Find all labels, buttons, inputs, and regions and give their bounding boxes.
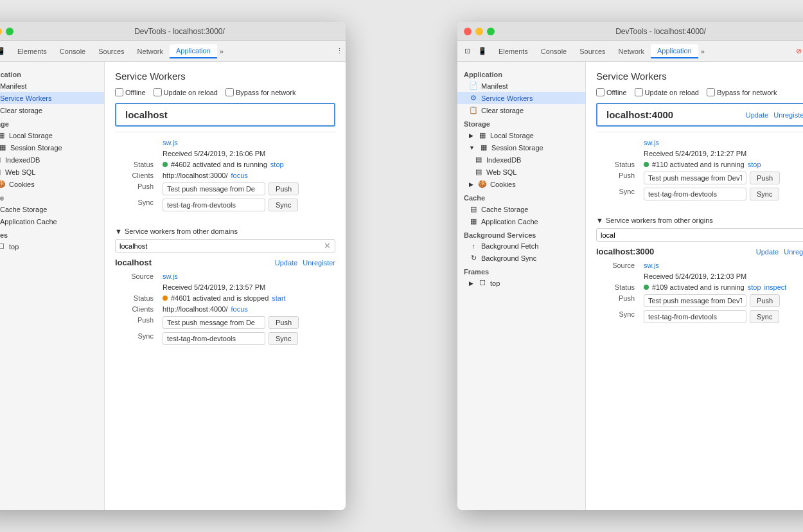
left-sidebar-cookies[interactable]: ▶ 🍪 Cookies (0, 178, 104, 190)
left-sidebar-session-storage[interactable]: ▼ ▦ Session Storage (0, 141, 104, 154)
left-sidebar-manifest[interactable]: 📄 Manifest (0, 80, 104, 92)
left-sidebar-top[interactable]: ▶ ☐ top (0, 240, 104, 253)
right-sidebar-clear-storage[interactable]: 📋 Clear storage (457, 104, 585, 116)
left-search-clear-icon[interactable]: ✕ (324, 241, 331, 251)
right-sidebar-web-sql[interactable]: ▤ Web SQL (457, 166, 585, 178)
right-primary-update-link[interactable]: Update (746, 111, 768, 119)
right-sidebar-app-cache[interactable]: ▦ Application Cache (457, 215, 585, 227)
right-secondary-stop-link[interactable]: stop (748, 283, 761, 291)
right-bypass-option: Bypass for network (707, 88, 777, 96)
left-status-label: Status (115, 161, 160, 168)
left-search-input[interactable] (119, 242, 324, 250)
right-sw-js-link[interactable]: sw.js (644, 139, 659, 146)
right-secondary-status-label: Status (596, 283, 641, 291)
left-tab-more[interactable]: » (217, 46, 226, 57)
left-secondary-start-link[interactable]: start (272, 294, 285, 302)
right-sync-button[interactable]: Sync (750, 188, 779, 200)
right-sidebar-manifest[interactable]: 📄 Manifest (457, 80, 585, 92)
right-push-input[interactable] (644, 172, 746, 184)
left-secondary-push-input[interactable] (163, 316, 265, 329)
left-other-origins-title[interactable]: ▼ Service workers from other domains (115, 227, 335, 235)
left-sidebar-web-sql[interactable]: ▤ Web SQL (0, 166, 104, 178)
left-tab-elements[interactable]: Elements (11, 45, 53, 58)
right-device-icon[interactable]: 📱 (475, 44, 490, 58)
right-tab-network[interactable]: Network (612, 45, 651, 58)
right-secondary-status-dot (644, 285, 649, 290)
left-update-on-reload-checkbox[interactable] (154, 88, 162, 96)
right-section-frames: Frames (457, 264, 585, 277)
right-tab-application[interactable]: Application (651, 44, 698, 58)
right-sidebar-session-storage[interactable]: ▼ ▦ Session Storage (457, 141, 585, 154)
right-secondary-push-button[interactable]: Push (750, 294, 780, 307)
right-other-origins-title[interactable]: ▼ Service workers from other origins (596, 217, 803, 224)
right-minimize-button[interactable] (475, 28, 483, 35)
left-primary-source-row: sw.js (115, 139, 335, 146)
right-sidebar-bg-sync[interactable]: ↻ Background Sync (457, 252, 585, 264)
left-sidebar-service-workers[interactable]: ⚙ Service Workers (0, 92, 104, 104)
left-secondary-push-button[interactable]: Push (269, 316, 299, 329)
right-offline-checkbox[interactable] (596, 88, 604, 96)
left-maximize-button[interactable] (6, 28, 13, 35)
right-sidebar-cookies[interactable]: ▶ 🍪 Cookies (457, 178, 585, 190)
right-tab-elements[interactable]: Elements (492, 45, 534, 58)
right-sync-input[interactable] (644, 188, 746, 200)
right-tab-sources[interactable]: Sources (573, 45, 612, 58)
left-secondary-sw-js-link[interactable]: sw.js (163, 272, 178, 280)
right-sidebar-cache-storage[interactable]: ▤ Cache Storage (457, 203, 585, 215)
left-focus-link[interactable]: focus (231, 172, 248, 179)
left-secondary-sync-button[interactable]: Sync (269, 332, 298, 345)
left-tab-network[interactable]: Network (131, 45, 170, 58)
left-secondary-focus-link[interactable]: focus (231, 305, 248, 313)
right-tab-more[interactable]: » (698, 46, 707, 57)
right-search-input[interactable] (601, 231, 803, 239)
right-inspector-icon[interactable]: ⊡ (460, 44, 474, 58)
right-stop-link[interactable]: stop (748, 161, 761, 168)
right-sidebar-local-storage[interactable]: ▶ ▦ Local Storage (457, 129, 585, 141)
right-status-label: Status (596, 161, 641, 168)
right-sidebar-service-workers[interactable]: ⚙ Service Workers (457, 92, 585, 104)
right-update-link[interactable]: Update (756, 248, 779, 256)
right-bypass-checkbox[interactable] (707, 88, 715, 96)
left-unregister-link[interactable]: Unregister (303, 259, 335, 267)
right-primary-unregister-link[interactable]: Unregister (773, 111, 803, 119)
left-minimize-button[interactable] (0, 28, 2, 35)
left-secondary-actions: Update Unregister (275, 259, 335, 267)
right-indexeddb-icon: ▤ (474, 155, 483, 164)
right-secondary-sw-js-link[interactable]: sw.js (644, 262, 659, 269)
left-push-button[interactable]: Push (269, 182, 299, 195)
left-tab-console[interactable]: Console (53, 45, 92, 58)
left-sync-button[interactable]: Sync (269, 199, 298, 211)
right-sidebar-bg-fetch[interactable]: ↑ Background Fetch (457, 240, 585, 252)
left-push-input[interactable] (163, 182, 265, 195)
left-sw-js-link[interactable]: sw.js (163, 139, 178, 146)
right-secondary-push-input[interactable] (644, 294, 746, 307)
left-sidebar-local-storage[interactable]: ▶ ▦ Local Storage (0, 129, 104, 141)
left-tab-sources[interactable]: Sources (92, 45, 130, 58)
left-menu-icon[interactable]: ⋮ (336, 47, 343, 55)
right-update-on-reload-checkbox[interactable] (635, 88, 643, 96)
left-sidebar-clear-storage[interactable]: 📋 Clear storage (0, 104, 104, 116)
right-sidebar: Application 📄 Manifest ⚙ Service Workers… (457, 62, 586, 510)
right-sidebar-indexeddb[interactable]: ▤ IndexedDB (457, 154, 585, 166)
left-update-link[interactable]: Update (275, 259, 297, 267)
right-secondary-sync-button[interactable]: Sync (750, 310, 779, 323)
left-device-icon[interactable]: 📱 (0, 44, 8, 58)
left-sync-input[interactable] (163, 199, 265, 211)
right-secondary-sync-input[interactable] (644, 310, 746, 323)
right-sidebar-top[interactable]: ▶ ☐ top (457, 277, 585, 289)
right-secondary-inspect-link[interactable]: inspect (764, 283, 787, 291)
right-unregister-link[interactable]: Unregister (784, 248, 803, 256)
right-secondary-push-input-row: Push (644, 294, 780, 307)
right-maximize-button[interactable] (487, 28, 495, 35)
left-tab-application[interactable]: Application (170, 44, 217, 58)
left-secondary-sync-input[interactable] (163, 332, 265, 345)
left-sidebar-indexeddb[interactable]: ▤ IndexedDB (0, 154, 104, 166)
right-close-button[interactable] (464, 28, 472, 35)
right-push-button[interactable]: Push (750, 172, 780, 184)
left-sidebar-app-cache[interactable]: ▦ Application Cache (0, 215, 104, 227)
left-bypass-checkbox[interactable] (225, 88, 234, 96)
left-offline-checkbox[interactable] (115, 88, 123, 96)
left-stop-link[interactable]: stop (270, 161, 284, 168)
left-sidebar-cache-storage[interactable]: ▤ Cache Storage (0, 203, 104, 215)
right-tab-console[interactable]: Console (534, 45, 573, 58)
